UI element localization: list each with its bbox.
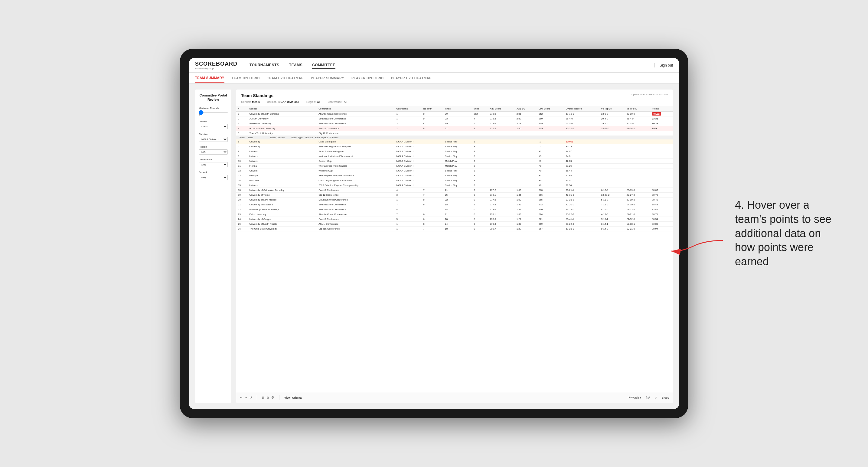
annotation-text: 4. Hover over a team's points to see add… (735, 198, 844, 269)
view-original-label[interactable]: View: Original (284, 396, 303, 399)
region-select[interactable]: N/A All East West (199, 149, 228, 155)
sidebar-division: Division NCAA Division I NCAA Division I… (199, 133, 228, 142)
nav-items: TOURNAMENTS TEAMS COMMITTEE (249, 62, 654, 69)
table-row[interactable]: 23Duke UniversityAtlantic Coast Conferen… (236, 212, 673, 217)
cell-conference: Atlantic Coast Conference (317, 112, 394, 117)
logo-text: SCOREBOARD (195, 61, 238, 67)
filter-conference: Conference: All (328, 100, 347, 103)
refresh-button[interactable]: ↺ (249, 396, 252, 399)
division-filter-value: NCAA Division I (279, 100, 299, 103)
table-row[interactable]: 21University of AlabamaSoutheastern Conf… (236, 203, 673, 207)
table-row[interactable]: 15Univers2023 Sahalee Players Championsh… (236, 183, 673, 188)
table-row[interactable]: 11Florida IThe Cypress Point Classic NCA… (236, 164, 673, 168)
data-header: Team Standings Update time: 13/03/2024 1… (236, 90, 673, 106)
cell-rank: 1 (236, 112, 247, 117)
undo-button[interactable]: ↩ (240, 396, 242, 399)
sign-out-link[interactable]: Sign out (654, 63, 673, 67)
toolbar-tools-group: ⊞ ⧉ ⏱ (262, 396, 274, 400)
nav-teams[interactable]: TEAMS (289, 62, 303, 69)
table-row[interactable]: 20University of New MexicoMountain West … (236, 197, 673, 203)
annotation-arrow (669, 235, 729, 259)
table-row[interactable]: 13GeorgiaBen Hogan Collegiate Invitation… (236, 173, 673, 178)
gender-label: Gender (199, 120, 228, 123)
nav-committee[interactable]: COMMITTEE (312, 62, 335, 69)
share-button[interactable]: Share (662, 396, 669, 399)
table-container: # School Conference Conf Rank No Tour Rn… (236, 106, 673, 392)
cell-vs50: 50-10-0 (625, 112, 650, 117)
region-label: Region (199, 146, 228, 148)
table-body: 1 University of North Carolina Atlantic … (236, 112, 673, 231)
main-content: Committee Portal Review Minimum Rounds 0… (189, 84, 679, 409)
col-no-tour: No Tour (421, 106, 443, 112)
expanded-section-header: Team Event Event Division Event Type Rou… (236, 136, 673, 139)
data-header-top: Team Standings Update time: 13/03/2024 1… (241, 93, 668, 98)
redo-button[interactable]: ↪ (245, 396, 247, 399)
gender-select[interactable]: Men's Women's (199, 124, 228, 129)
division-filter-label: Division: (267, 100, 277, 103)
top-nav: SCOREBOARD Powered by clippi TOURNAMENTS… (189, 58, 679, 72)
tab-team-h2h-heatmap[interactable]: TEAM H2H HEATMAP (267, 74, 304, 82)
toolbar-divider-1 (257, 395, 257, 400)
tab-player-h2h-heatmap[interactable]: PLAYER H2H HEATMAP (391, 74, 432, 82)
school-label: School (199, 171, 228, 174)
sidebar-gender: Gender Men's Women's (199, 120, 228, 129)
cell-points[interactable]: 97.02 (650, 112, 673, 117)
cell-low-score: 252 (537, 112, 564, 117)
table-row[interactable]: 7UniversitySouthern Highlands Collegiate… (236, 144, 673, 149)
nav-tournaments[interactable]: TOURNAMENTS (249, 62, 279, 69)
copy-button[interactable]: ⧉ (267, 396, 269, 400)
table-row[interactable]: 4Arizona State UniversityPac-12 Conferen… (236, 126, 673, 131)
table-row[interactable]: 26The Ohio State UniversityBig Ten Confe… (236, 226, 673, 231)
tab-player-summary[interactable]: PLAYER SUMMARY (311, 74, 344, 82)
table-row[interactable]: 25University of North FloridaASUN Confer… (236, 222, 673, 226)
table-row[interactable]: 19University of TexasBig 12 Conference 3… (236, 193, 673, 197)
table-row[interactable]: 3Vanderbilt UniversitySoutheastern Confe… (236, 121, 673, 126)
cell-school: University of North Carolina (247, 112, 317, 117)
bottom-toolbar: ↩ ↪ ↺ ⊞ ⧉ ⏱ View: Original 👁 Watch ▾ 💬 (236, 392, 673, 403)
timer-button[interactable]: ⏱ (271, 396, 274, 399)
col-school: School (247, 106, 317, 112)
sub-nav: TEAM SUMMARY TEAM H2H GRID TEAM H2H HEAT… (189, 72, 679, 84)
cell-vs25: 13-9-0 (599, 112, 625, 117)
expand-button[interactable]: ⤢ (654, 396, 657, 399)
table-row[interactable]: 2Auburn UniversitySoutheastern Conferenc… (236, 117, 673, 121)
region-filter-value: All (317, 100, 320, 103)
sidebar-min-rounds: Minimum Rounds 0 (199, 107, 228, 117)
tablet-wrapper: SCOREBOARD Powered by clippi TOURNAMENTS… (180, 49, 688, 418)
grid-button[interactable]: ⊞ (262, 396, 264, 399)
min-rounds-slider[interactable] (199, 112, 228, 113)
table-row[interactable]: 12UniversWilliams Cup NCAA Division IStr… (236, 168, 673, 173)
table-row[interactable]: 1 University of North Carolina Atlantic … (236, 112, 673, 117)
col-points: Points (650, 106, 673, 112)
table-row[interactable]: 9UniversNational Invitational Tournament… (236, 154, 673, 159)
sidebar-panel: Committee Portal Review Minimum Rounds 0… (195, 90, 231, 403)
sidebar-school: School (All) (199, 171, 228, 180)
table-row[interactable]: 10UniversCopper Cup NCAA Division IMatch… (236, 159, 673, 164)
filter-gender: Gender: Men's (241, 100, 260, 103)
sidebar-conference: Conference (All) ACC Big Ten (199, 158, 228, 167)
table-row[interactable]: 18University of California, BerkeleyPac-… (236, 188, 673, 193)
watch-button[interactable]: 👁 Watch ▾ (628, 396, 641, 399)
region-filter-label: Region: (306, 100, 316, 103)
table-row[interactable]: 14East TenOFCC Fighting Illini Invitatio… (236, 178, 673, 183)
division-select[interactable]: NCAA Division I NCAA Division II (199, 137, 228, 142)
min-rounds-label: Minimum Rounds (199, 107, 228, 110)
table-row[interactable]: 6UniversityCabo Collegiate NCAA Division… (236, 139, 673, 144)
table-row[interactable]: 22Mississippi State UniversitySoutheaste… (236, 207, 673, 212)
division-label: Division (199, 133, 228, 135)
feedback-button[interactable]: 💬 (646, 396, 650, 399)
conference-select[interactable]: (All) ACC Big Ten (199, 162, 228, 167)
tab-player-h2h-grid[interactable]: PLAYER H2H GRID (351, 74, 384, 82)
school-select[interactable]: (All) (199, 175, 228, 180)
col-adj-score: Adj. Score (488, 106, 515, 112)
tab-team-h2h-grid[interactable]: TEAM H2H GRID (232, 74, 260, 82)
col-overall: Overall Record (564, 106, 599, 112)
col-conf-rank: Conf Rank (395, 106, 422, 112)
toolbar-divider-2 (279, 395, 279, 400)
tab-team-summary[interactable]: TEAM SUMMARY (195, 73, 224, 83)
table-row[interactable]: 5Texas Tech UniversityBig 12 Conference (236, 131, 673, 136)
table-row[interactable]: 24University of OregonPac-12 Conference … (236, 217, 673, 222)
annotation-area: 4. Hover over a team's points to see add… (735, 198, 844, 269)
table-header-row: # School Conference Conf Rank No Tour Rn… (236, 106, 673, 112)
table-row[interactable]: 8UniversAmer An Intercollegiate NCAA Div… (236, 149, 673, 154)
